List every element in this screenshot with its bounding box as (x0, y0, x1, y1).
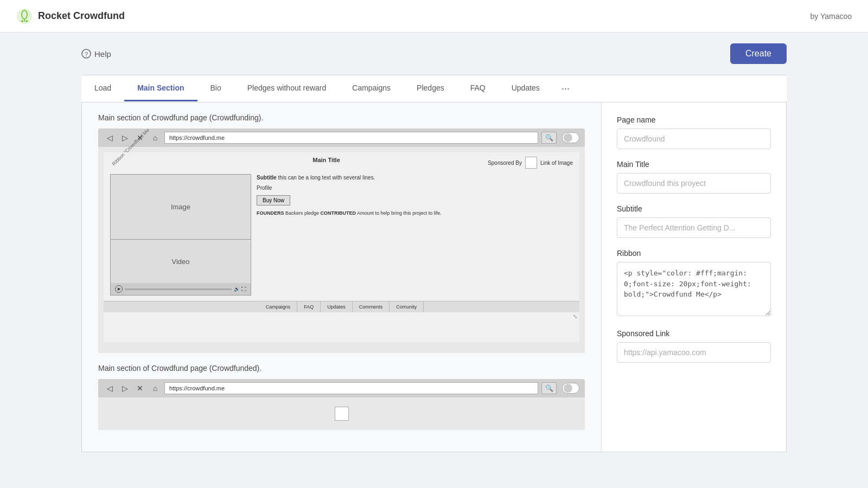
main-title-label: Main Title (617, 160, 771, 169)
browser-reload-2[interactable]: ⌂ (149, 382, 161, 394)
image-area: Image (111, 175, 251, 240)
main-container: ? Help Create Load Main Section Bio Pled… (54, 33, 814, 463)
page-footer-mock: Campaigns FAQ Updates Comments Comunity (104, 301, 579, 312)
browser-search-2[interactable]: 🔍 (541, 382, 557, 394)
form-group-sponsored-link: Sponsored Link (617, 329, 771, 363)
browser-toggle[interactable] (562, 132, 579, 143)
founders-text: FOUNDERS Backers pledge CONTRIBUTED Amou… (257, 210, 573, 217)
header-byline: by Yamacoo (810, 12, 852, 21)
browser-mockup-2: ◁ ▷ ✕ ⌂ https://crowdfund.me 🔍 (98, 379, 585, 430)
form-panel: Page name Main Title Subtitle Ribbon <p … (602, 102, 786, 452)
page-image-placeholder (335, 407, 349, 421)
browser-address-1[interactable]: https://crowdfund.me (164, 132, 538, 144)
tab-pledges[interactable]: Pledges (404, 76, 457, 101)
tab-main-section[interactable]: Main Section (124, 76, 197, 101)
subtitle-label: Subtitle (617, 204, 771, 213)
footer-tab-updates[interactable]: Updates (321, 301, 353, 312)
app-header: Rocket Crowdfund by Yamacoo (0, 0, 868, 33)
buy-now-button[interactable]: Buy Now (257, 195, 290, 206)
browser-toolbar-2: ◁ ▷ ✕ ⌂ https://crowdfund.me 🔍 (98, 379, 585, 397)
crowdfunding-label: Main section of Crowdfund page (Crowdfun… (98, 113, 585, 122)
image-video-area: Image Video ▶ 🔊 ⛶ (110, 174, 251, 296)
footer-tab-campaigns[interactable]: Campaigns (259, 301, 298, 312)
sponsored-img (525, 157, 537, 169)
create-button[interactable]: Create (730, 43, 787, 64)
browser-mockup-1: ◁ ▷ ✕ ⌂ https://crowdfund.me 🔍 (98, 129, 585, 353)
main-title-input[interactable] (617, 173, 771, 194)
svg-point-4 (25, 20, 28, 22)
tab-bar: Load Main Section Bio Pledges without re… (81, 75, 787, 102)
progress-bar (125, 288, 232, 290)
main-title-mock: Main Title (312, 157, 340, 163)
preview-panel: Main section of Crowdfund page (Crowdfun… (82, 102, 602, 452)
brand-icon (16, 8, 33, 24)
page-name-input[interactable] (617, 129, 771, 149)
browser-content-1: Ribbon "Crowdfund Me" Main Title Sponsor… (98, 147, 585, 353)
page-mockup-1: Ribbon "Crowdfund Me" Main Title Sponsor… (104, 152, 579, 342)
footer-tab-comunity[interactable]: Comunity (390, 301, 424, 312)
browser-content-2 (98, 397, 585, 430)
tab-bio[interactable]: Bio (197, 76, 234, 101)
svg-text:?: ? (85, 51, 88, 57)
form-group-main-title: Main Title (617, 160, 771, 194)
footer-tab-comments[interactable]: Comments (353, 301, 390, 312)
ribbon-label-field: Ribbon (617, 249, 771, 258)
tab-more[interactable]: ··· (553, 75, 578, 102)
page-body-mock: Image Video ▶ 🔊 ⛶ (104, 171, 579, 299)
subtitle-input[interactable] (617, 217, 771, 238)
content-area: Main section of Crowdfund page (Crowdfun… (81, 102, 787, 452)
browser-toolbar-1: ◁ ▷ ✕ ⌂ https://crowdfund.me 🔍 (98, 129, 585, 147)
sponsored-area: Sponsored By Link of Image (488, 157, 573, 169)
video-area: Video (111, 240, 251, 283)
help-label: Help (94, 49, 111, 59)
tab-updates[interactable]: Updates (499, 76, 553, 101)
top-bar: ? Help Create (81, 43, 787, 64)
tab-faq[interactable]: FAQ (457, 76, 499, 101)
brand: Rocket Crowdfund (16, 8, 125, 24)
browser-forward[interactable]: ▷ (119, 132, 131, 144)
browser-back[interactable]: ◁ (104, 132, 116, 144)
page-header-mock: Ribbon "Crowdfund Me" Main Title Sponsor… (104, 152, 579, 171)
tab-pledges-without-reward[interactable]: Pledges without reward (234, 76, 340, 101)
tab-campaigns[interactable]: Campaigns (339, 76, 404, 101)
sponsored-link-label: Sponsored Link (617, 329, 771, 338)
resize-handle[interactable]: ⤡ (104, 312, 579, 320)
ribbon-textarea[interactable]: <p style="color: #fff;margin: 0;font-siz… (617, 262, 771, 316)
form-group-ribbon: Ribbon <p style="color: #fff;margin: 0;f… (617, 249, 771, 318)
form-group-page-name: Page name (617, 115, 771, 149)
browser-reload[interactable]: ⌂ (149, 132, 161, 144)
form-group-subtitle: Subtitle (617, 204, 771, 238)
play-button[interactable]: ▶ (115, 285, 123, 293)
crowdfunded-label: Main section of Crowdfund page (Crowdfun… (98, 364, 585, 373)
side-content: Subtitle this can be a long text with se… (257, 174, 573, 296)
footer-tab-faq[interactable]: FAQ (297, 301, 321, 312)
video-controls: ▶ 🔊 ⛶ (111, 283, 251, 295)
help-icon: ? (81, 49, 91, 59)
browser-forward-2[interactable]: ▷ (119, 382, 131, 394)
browser-toggle-2[interactable] (562, 383, 579, 394)
sponsored-link-input[interactable] (617, 342, 771, 363)
svg-point-3 (21, 20, 23, 22)
browser-close-2[interactable]: ✕ (134, 382, 146, 394)
tab-load[interactable]: Load (81, 76, 124, 101)
profile-mock: Profile (257, 185, 573, 191)
browser-back-2[interactable]: ◁ (104, 382, 116, 394)
browser-search[interactable]: 🔍 (541, 132, 557, 144)
browser-address-2[interactable]: https://crowdfund.me (164, 382, 538, 394)
subtitle-mock: Subtitle this can be a long text with se… (257, 174, 573, 182)
help-button[interactable]: ? Help (81, 49, 111, 59)
page-name-label: Page name (617, 115, 771, 124)
brand-name: Rocket Crowdfund (38, 10, 125, 22)
